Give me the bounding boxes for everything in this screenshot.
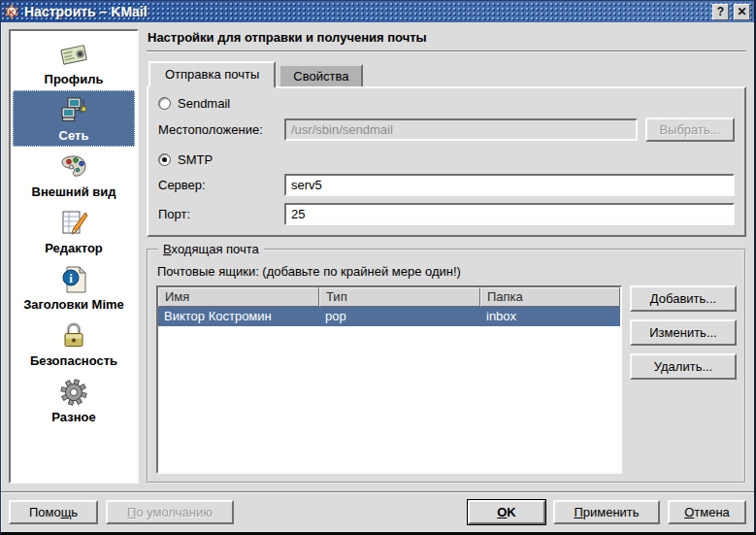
tab-sending-mail[interactable]: Отправка почты	[148, 61, 276, 88]
settings-dialog: K Настроить – KMail ? ✕	[0, 0, 756, 535]
sidebar-item-security[interactable]: Безопасность	[13, 316, 135, 372]
sendmail-radio-row: Sendmail	[158, 96, 735, 111]
sidebar-item-editor[interactable]: Редактор	[13, 203, 135, 259]
cell-type: pop	[319, 307, 480, 326]
tab-properties[interactable]: Свойства	[279, 64, 363, 86]
sidebar-item-profile[interactable]: Профиль	[13, 34, 135, 90]
tab-bar: Отправка почты Свойства	[147, 61, 746, 86]
defaults-button: По умолчанию	[106, 500, 234, 524]
apply-button[interactable]: Применить	[553, 500, 660, 524]
sidebar-item-label: Профиль	[45, 72, 104, 86]
cancel-button[interactable]: Отмена	[668, 500, 746, 524]
port-row: Порт:	[158, 203, 735, 225]
smtp-radio-label[interactable]: SMTP	[178, 152, 213, 167]
mailboxes-area: Имя Тип Папка Виктор Костромин pop inbox…	[156, 285, 737, 474]
add-button[interactable]: Добавить...	[630, 285, 737, 312]
column-header-name[interactable]: Имя	[158, 287, 319, 307]
sidebar-item-appearance[interactable]: Внешний вид	[13, 147, 135, 203]
modify-button[interactable]: Изменить...	[630, 319, 737, 346]
column-header-folder[interactable]: Папка	[480, 287, 620, 307]
smtp-radio[interactable]	[158, 153, 171, 166]
remove-button[interactable]: Удалить...	[630, 353, 737, 380]
footer-buttons: Помощь По умолчанию OK Применить Отмена	[1, 493, 754, 532]
close-button[interactable]: ✕	[734, 4, 750, 20]
help-button[interactable]: Помощь	[9, 500, 98, 524]
svg-text:K: K	[9, 8, 16, 17]
sending-mail-panel: Sendmail Местоположение: Выбрать... SMTP…	[147, 86, 746, 237]
sidebar-category-list: Профиль Сеть	[9, 29, 139, 484]
incoming-mail-group: Входящая почта Почтовые ящики: (добавьте…	[147, 249, 746, 484]
sidebar-item-network[interactable]: Сеть	[13, 90, 135, 147]
location-label: Местоположение:	[158, 122, 284, 137]
mailboxes-label: Почтовые ящики: (добавьте по крайней мер…	[157, 264, 737, 279]
column-header-type[interactable]: Тип	[319, 287, 480, 307]
table-row[interactable]: Виктор Костромин pop inbox	[158, 307, 620, 326]
palette-icon	[58, 151, 89, 183]
kde-app-icon[interactable]: K	[4, 4, 19, 19]
gear-icon	[58, 377, 89, 408]
choose-button: Выбрать...	[645, 117, 735, 142]
cell-folder: inbox	[480, 307, 620, 326]
header-separator	[147, 50, 746, 52]
sendmail-radio[interactable]	[158, 97, 171, 110]
dialog-body: Профиль Сеть	[1, 22, 754, 484]
page-title: Настройки для отправки и получения почты	[147, 29, 746, 45]
server-row: Сервер:	[158, 174, 735, 196]
profile-card-icon	[58, 39, 89, 70]
sidebar-item-label: Безопасность	[30, 353, 117, 368]
sidebar-item-label: Разное	[51, 410, 95, 424]
sidebar-item-mime-headers[interactable]: i Заголовки Mime	[13, 259, 135, 316]
smtp-radio-row: SMTP	[158, 152, 735, 167]
titlebar[interactable]: K Настроить – KMail ? ✕	[1, 1, 754, 22]
port-label: Порт:	[158, 207, 284, 221]
settings-page: Настройки для отправки и получения почты…	[147, 29, 746, 484]
window-title: Настроить – KMail	[24, 4, 148, 19]
smtp-port-input[interactable]	[284, 203, 735, 225]
sidebar-item-label: Заголовки Mime	[23, 297, 124, 312]
svg-text:i: i	[69, 271, 73, 285]
padlock-icon	[58, 320, 89, 351]
mailboxes-table-header: Имя Тип Папка	[158, 287, 620, 307]
editor-pencil-icon	[58, 208, 89, 239]
sendmail-location-input	[284, 118, 638, 141]
incoming-mail-group-title: Входящая почта	[158, 242, 264, 256]
network-icon	[58, 95, 89, 126]
mailboxes-table: Имя Тип Папка Виктор Костромин pop inbox	[156, 285, 622, 474]
sidebar-item-misc[interactable]: Разное	[13, 372, 135, 428]
help-titlebar-button[interactable]: ?	[712, 4, 729, 20]
sendmail-radio-label[interactable]: Sendmail	[178, 96, 230, 111]
ok-button[interactable]: OK	[468, 500, 545, 524]
smtp-server-input[interactable]	[284, 174, 735, 196]
server-label: Сервер:	[158, 178, 284, 192]
mime-info-icon: i	[58, 264, 89, 295]
sidebar-item-label: Сеть	[59, 128, 89, 143]
mailbox-buttons: Добавить... Изменить... Удалить...	[630, 285, 737, 474]
sidebar-item-label: Редактор	[45, 241, 103, 255]
cell-name: Виктор Костромин	[158, 307, 319, 326]
sidebar-item-label: Внешний вид	[32, 184, 116, 199]
location-row: Местоположение: Выбрать...	[158, 117, 735, 142]
